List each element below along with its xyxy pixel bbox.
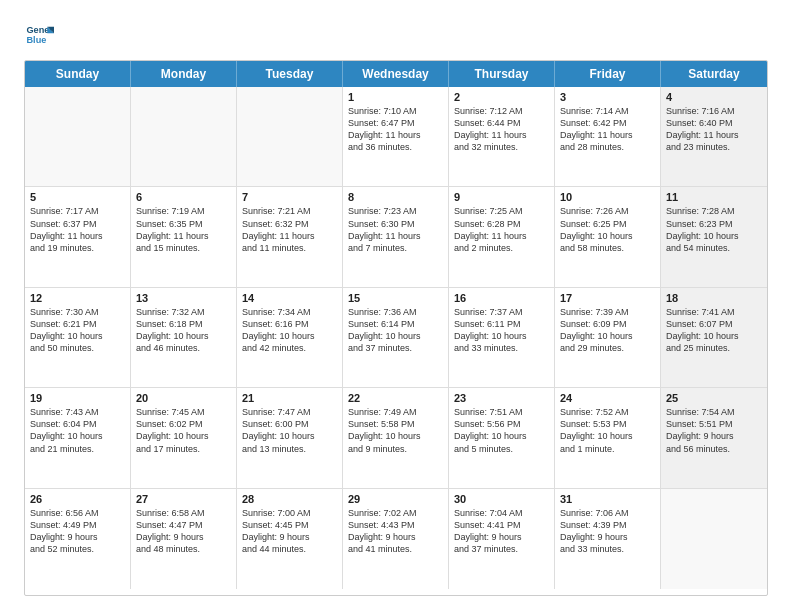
calendar-row-2: 5Sunrise: 7:17 AM Sunset: 6:37 PM Daylig… bbox=[25, 187, 767, 287]
day-number: 5 bbox=[30, 191, 125, 203]
day-info: Sunrise: 7:39 AM Sunset: 6:09 PM Dayligh… bbox=[560, 306, 655, 355]
day-number: 6 bbox=[136, 191, 231, 203]
logo: General Blue bbox=[24, 20, 58, 50]
day-number: 18 bbox=[666, 292, 762, 304]
calendar-cell bbox=[25, 87, 131, 186]
calendar-cell: 23Sunrise: 7:51 AM Sunset: 5:56 PM Dayli… bbox=[449, 388, 555, 487]
day-number: 12 bbox=[30, 292, 125, 304]
header: General Blue bbox=[24, 20, 768, 50]
calendar-cell: 20Sunrise: 7:45 AM Sunset: 6:02 PM Dayli… bbox=[131, 388, 237, 487]
calendar-cell: 7Sunrise: 7:21 AM Sunset: 6:32 PM Daylig… bbox=[237, 187, 343, 286]
calendar-cell: 17Sunrise: 7:39 AM Sunset: 6:09 PM Dayli… bbox=[555, 288, 661, 387]
svg-text:Blue: Blue bbox=[27, 35, 47, 45]
calendar-cell: 30Sunrise: 7:04 AM Sunset: 4:41 PM Dayli… bbox=[449, 489, 555, 589]
calendar-cell: 24Sunrise: 7:52 AM Sunset: 5:53 PM Dayli… bbox=[555, 388, 661, 487]
day-info: Sunrise: 7:41 AM Sunset: 6:07 PM Dayligh… bbox=[666, 306, 762, 355]
calendar-cell: 15Sunrise: 7:36 AM Sunset: 6:14 PM Dayli… bbox=[343, 288, 449, 387]
day-info: Sunrise: 7:52 AM Sunset: 5:53 PM Dayligh… bbox=[560, 406, 655, 455]
calendar-cell: 3Sunrise: 7:14 AM Sunset: 6:42 PM Daylig… bbox=[555, 87, 661, 186]
day-info: Sunrise: 7:26 AM Sunset: 6:25 PM Dayligh… bbox=[560, 205, 655, 254]
day-info: Sunrise: 7:43 AM Sunset: 6:04 PM Dayligh… bbox=[30, 406, 125, 455]
day-info: Sunrise: 7:32 AM Sunset: 6:18 PM Dayligh… bbox=[136, 306, 231, 355]
day-number: 21 bbox=[242, 392, 337, 404]
calendar-cell: 19Sunrise: 7:43 AM Sunset: 6:04 PM Dayli… bbox=[25, 388, 131, 487]
day-info: Sunrise: 7:06 AM Sunset: 4:39 PM Dayligh… bbox=[560, 507, 655, 556]
calendar-cell: 1Sunrise: 7:10 AM Sunset: 6:47 PM Daylig… bbox=[343, 87, 449, 186]
day-number: 24 bbox=[560, 392, 655, 404]
day-info: Sunrise: 7:54 AM Sunset: 5:51 PM Dayligh… bbox=[666, 406, 762, 455]
day-info: Sunrise: 7:14 AM Sunset: 6:42 PM Dayligh… bbox=[560, 105, 655, 154]
day-number: 22 bbox=[348, 392, 443, 404]
calendar-cell: 9Sunrise: 7:25 AM Sunset: 6:28 PM Daylig… bbox=[449, 187, 555, 286]
day-info: Sunrise: 7:23 AM Sunset: 6:30 PM Dayligh… bbox=[348, 205, 443, 254]
calendar-cell: 14Sunrise: 7:34 AM Sunset: 6:16 PM Dayli… bbox=[237, 288, 343, 387]
day-number: 31 bbox=[560, 493, 655, 505]
calendar-cell: 21Sunrise: 7:47 AM Sunset: 6:00 PM Dayli… bbox=[237, 388, 343, 487]
calendar-cell: 5Sunrise: 7:17 AM Sunset: 6:37 PM Daylig… bbox=[25, 187, 131, 286]
day-info: Sunrise: 7:19 AM Sunset: 6:35 PM Dayligh… bbox=[136, 205, 231, 254]
day-number: 29 bbox=[348, 493, 443, 505]
calendar-cell: 31Sunrise: 7:06 AM Sunset: 4:39 PM Dayli… bbox=[555, 489, 661, 589]
calendar-cell: 12Sunrise: 7:30 AM Sunset: 6:21 PM Dayli… bbox=[25, 288, 131, 387]
day-number: 4 bbox=[666, 91, 762, 103]
day-info: Sunrise: 7:30 AM Sunset: 6:21 PM Dayligh… bbox=[30, 306, 125, 355]
calendar-cell: 4Sunrise: 7:16 AM Sunset: 6:40 PM Daylig… bbox=[661, 87, 767, 186]
day-info: Sunrise: 7:10 AM Sunset: 6:47 PM Dayligh… bbox=[348, 105, 443, 154]
calendar-cell: 8Sunrise: 7:23 AM Sunset: 6:30 PM Daylig… bbox=[343, 187, 449, 286]
day-info: Sunrise: 7:47 AM Sunset: 6:00 PM Dayligh… bbox=[242, 406, 337, 455]
calendar-cell: 26Sunrise: 6:56 AM Sunset: 4:49 PM Dayli… bbox=[25, 489, 131, 589]
day-number: 27 bbox=[136, 493, 231, 505]
day-number: 23 bbox=[454, 392, 549, 404]
calendar-cell bbox=[661, 489, 767, 589]
day-info: Sunrise: 7:34 AM Sunset: 6:16 PM Dayligh… bbox=[242, 306, 337, 355]
day-info: Sunrise: 6:56 AM Sunset: 4:49 PM Dayligh… bbox=[30, 507, 125, 556]
calendar-row-5: 26Sunrise: 6:56 AM Sunset: 4:49 PM Dayli… bbox=[25, 489, 767, 589]
day-number: 1 bbox=[348, 91, 443, 103]
day-number: 19 bbox=[30, 392, 125, 404]
header-day-saturday: Saturday bbox=[661, 61, 767, 87]
day-info: Sunrise: 7:51 AM Sunset: 5:56 PM Dayligh… bbox=[454, 406, 549, 455]
calendar-cell: 13Sunrise: 7:32 AM Sunset: 6:18 PM Dayli… bbox=[131, 288, 237, 387]
day-number: 10 bbox=[560, 191, 655, 203]
header-day-friday: Friday bbox=[555, 61, 661, 87]
calendar-row-3: 12Sunrise: 7:30 AM Sunset: 6:21 PM Dayli… bbox=[25, 288, 767, 388]
calendar-cell: 28Sunrise: 7:00 AM Sunset: 4:45 PM Dayli… bbox=[237, 489, 343, 589]
calendar-cell: 2Sunrise: 7:12 AM Sunset: 6:44 PM Daylig… bbox=[449, 87, 555, 186]
calendar-cell: 16Sunrise: 7:37 AM Sunset: 6:11 PM Dayli… bbox=[449, 288, 555, 387]
calendar-cell: 22Sunrise: 7:49 AM Sunset: 5:58 PM Dayli… bbox=[343, 388, 449, 487]
day-number: 2 bbox=[454, 91, 549, 103]
day-number: 8 bbox=[348, 191, 443, 203]
calendar-body: 1Sunrise: 7:10 AM Sunset: 6:47 PM Daylig… bbox=[25, 87, 767, 589]
day-info: Sunrise: 7:02 AM Sunset: 4:43 PM Dayligh… bbox=[348, 507, 443, 556]
day-number: 9 bbox=[454, 191, 549, 203]
day-info: Sunrise: 7:49 AM Sunset: 5:58 PM Dayligh… bbox=[348, 406, 443, 455]
day-number: 14 bbox=[242, 292, 337, 304]
day-info: Sunrise: 7:17 AM Sunset: 6:37 PM Dayligh… bbox=[30, 205, 125, 254]
day-info: Sunrise: 7:12 AM Sunset: 6:44 PM Dayligh… bbox=[454, 105, 549, 154]
logo-icon: General Blue bbox=[24, 20, 54, 50]
day-number: 11 bbox=[666, 191, 762, 203]
day-number: 28 bbox=[242, 493, 337, 505]
day-info: Sunrise: 7:04 AM Sunset: 4:41 PM Dayligh… bbox=[454, 507, 549, 556]
calendar-cell: 6Sunrise: 7:19 AM Sunset: 6:35 PM Daylig… bbox=[131, 187, 237, 286]
day-info: Sunrise: 7:37 AM Sunset: 6:11 PM Dayligh… bbox=[454, 306, 549, 355]
day-number: 25 bbox=[666, 392, 762, 404]
day-number: 16 bbox=[454, 292, 549, 304]
calendar: SundayMondayTuesdayWednesdayThursdayFrid… bbox=[24, 60, 768, 596]
day-info: Sunrise: 7:36 AM Sunset: 6:14 PM Dayligh… bbox=[348, 306, 443, 355]
header-day-thursday: Thursday bbox=[449, 61, 555, 87]
day-number: 30 bbox=[454, 493, 549, 505]
day-info: Sunrise: 7:45 AM Sunset: 6:02 PM Dayligh… bbox=[136, 406, 231, 455]
calendar-cell: 25Sunrise: 7:54 AM Sunset: 5:51 PM Dayli… bbox=[661, 388, 767, 487]
day-number: 20 bbox=[136, 392, 231, 404]
calendar-cell: 29Sunrise: 7:02 AM Sunset: 4:43 PM Dayli… bbox=[343, 489, 449, 589]
day-number: 7 bbox=[242, 191, 337, 203]
calendar-cell bbox=[237, 87, 343, 186]
calendar-row-4: 19Sunrise: 7:43 AM Sunset: 6:04 PM Dayli… bbox=[25, 388, 767, 488]
day-info: Sunrise: 7:28 AM Sunset: 6:23 PM Dayligh… bbox=[666, 205, 762, 254]
day-number: 26 bbox=[30, 493, 125, 505]
day-info: Sunrise: 7:16 AM Sunset: 6:40 PM Dayligh… bbox=[666, 105, 762, 154]
header-day-wednesday: Wednesday bbox=[343, 61, 449, 87]
calendar-row-1: 1Sunrise: 7:10 AM Sunset: 6:47 PM Daylig… bbox=[25, 87, 767, 187]
calendar-cell: 10Sunrise: 7:26 AM Sunset: 6:25 PM Dayli… bbox=[555, 187, 661, 286]
